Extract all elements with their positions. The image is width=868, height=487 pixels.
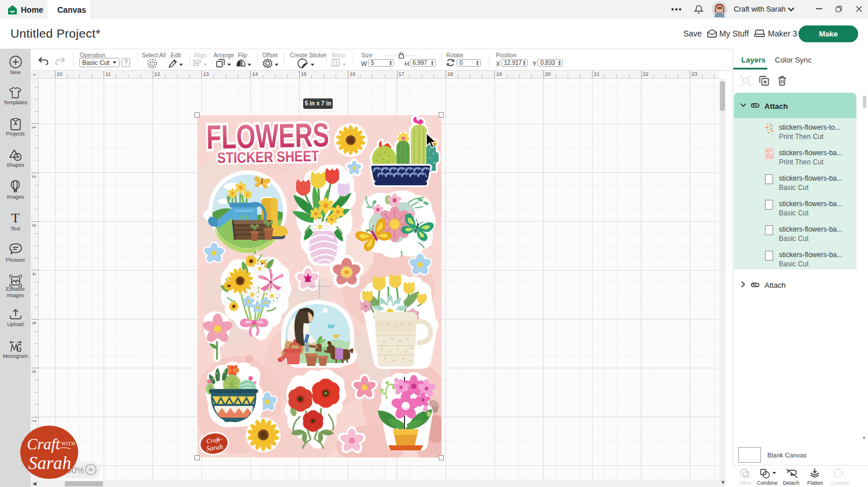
svg-text:WITH: WITH <box>61 441 75 446</box>
svg-text:Craft: Craft <box>27 435 61 453</box>
svg-text:STICKER SHEET: STICKER SHEET <box>217 147 319 167</box>
svg-text:Sarah: Sarah <box>28 453 71 473</box>
